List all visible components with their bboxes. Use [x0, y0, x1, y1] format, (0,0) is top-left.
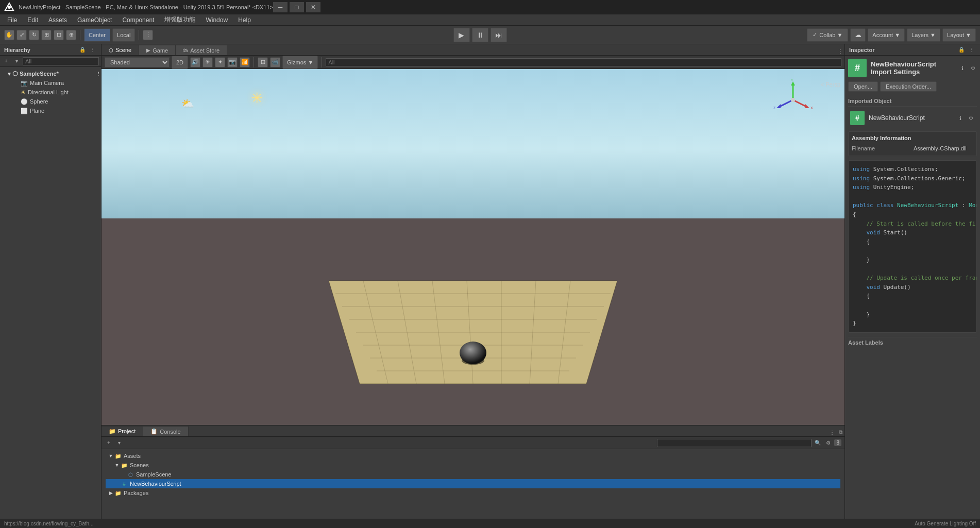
- open-button[interactable]: Open...: [848, 81, 878, 92]
- inspector-lock-icon[interactable]: 🔒: [957, 46, 966, 54]
- camera-name: Main Camera: [30, 80, 64, 86]
- bottom-panel-more[interactable]: ⋮: [828, 428, 836, 436]
- tree-packages[interactable]: ▶ 📁 Packages: [106, 488, 840, 498]
- menu-gameobject[interactable]: GameObject: [72, 15, 117, 25]
- rect-tool[interactable]: ⊡: [54, 30, 64, 40]
- filter-icon[interactable]: ⚙: [824, 439, 832, 447]
- layers-button[interactable]: Layers ▼: [907, 28, 940, 42]
- shaded-dropdown[interactable]: Shaded Wireframe Shaded Wireframe: [105, 57, 170, 67]
- effects-icon[interactable]: ✦: [215, 57, 225, 67]
- packages-arrow: ▶: [108, 490, 114, 496]
- menu-enhanced[interactable]: 增强版功能: [159, 14, 200, 25]
- imported-hash-icon: #: [850, 111, 865, 125]
- script-info-icon[interactable]: ℹ: [958, 64, 967, 72]
- tree-sample-scene[interactable]: ⬡ SampleScene: [106, 470, 840, 479]
- assets-label: Assets: [124, 453, 141, 459]
- scene-viewport[interactable]: ✳ ⛅: [102, 69, 844, 425]
- menu-window[interactable]: Window: [200, 15, 233, 25]
- tree-scenes[interactable]: ▼ 📁 Scenes: [106, 461, 840, 470]
- menu-component[interactable]: Component: [117, 15, 159, 25]
- camera2-icon[interactable]: 📹: [270, 57, 280, 67]
- script-file-icon: #: [120, 480, 128, 487]
- scene-tabs: ⬡ Scene ▶ Game 🛍 Asset Store ⋮: [102, 44, 844, 56]
- grid-snap-icon[interactable]: ⊞: [258, 57, 268, 67]
- imported-info-icon[interactable]: ℹ: [956, 114, 965, 122]
- gizmos-button[interactable]: Gizmos ▼: [282, 56, 318, 69]
- svg-marker-26: [805, 104, 809, 108]
- scene-menu-icon[interactable]: ⋮: [96, 71, 101, 77]
- account-button[interactable]: Account ▼: [868, 28, 905, 42]
- center-label: Center: [89, 32, 106, 38]
- local-button[interactable]: Local: [112, 28, 135, 42]
- hierarchy-more-icon[interactable]: ⋮: [89, 46, 97, 54]
- maximize-button[interactable]: □: [290, 2, 304, 12]
- hierarchy-add-btn[interactable]: +: [2, 57, 10, 65]
- inspector-icons: 🔒 ⋮: [957, 46, 976, 54]
- sample-scene-label: SampleScene: [136, 471, 172, 478]
- sun-object: ✳: [251, 90, 263, 107]
- project-tab-label: Project: [118, 428, 136, 434]
- center-button[interactable]: Center: [84, 28, 110, 42]
- packages-folder-icon: 📁: [114, 489, 122, 497]
- lighting-icon[interactable]: ☀: [202, 57, 213, 67]
- inspector-more-icon[interactable]: ⋮: [968, 46, 976, 54]
- transform-tool[interactable]: ⊕: [66, 30, 76, 40]
- tab-game[interactable]: ▶ Game: [139, 45, 176, 55]
- hierarchy-light[interactable]: ☀ Directional Light: [0, 88, 101, 97]
- hierarchy-sphere[interactable]: ⚪ Sphere: [0, 97, 101, 106]
- tab-console[interactable]: 📋 Console: [143, 426, 188, 436]
- minimize-button[interactable]: ─: [273, 2, 288, 12]
- hierarchy-scene[interactable]: ▼ ⬡ SampleScene* ⋮: [0, 69, 101, 78]
- tab-asset-store[interactable]: 🛍 Asset Store: [176, 45, 227, 55]
- tree-new-script[interactable]: # NewBehaviourScript: [106, 479, 840, 488]
- menu-help[interactable]: Help: [233, 15, 256, 25]
- snap-icon[interactable]: ⋮: [143, 30, 153, 40]
- new-script-label: NewBehaviourScript: [130, 481, 181, 487]
- badge-count: 8: [834, 439, 841, 446]
- move-tool[interactable]: ⤢: [16, 30, 27, 40]
- tab-scene[interactable]: ⬡ Scene: [102, 45, 139, 55]
- menu-file[interactable]: File: [2, 15, 22, 25]
- scenes-arrow: ▼: [114, 463, 120, 468]
- bottom-tabs: 📁 Project 📋 Console ⋮ ⧉: [102, 425, 844, 437]
- camera-icon: 📷: [21, 80, 28, 87]
- scene-search[interactable]: [326, 58, 841, 66]
- close-button[interactable]: ✕: [306, 2, 320, 12]
- inspector-title: Inspector: [849, 47, 875, 53]
- svg-text:Z: Z: [773, 106, 776, 110]
- hand-tool[interactable]: ✋: [4, 30, 14, 40]
- execution-order-button[interactable]: Execution Order...: [880, 81, 937, 92]
- imported-gear-icon[interactable]: ⚙: [967, 114, 975, 122]
- camera-icon[interactable]: 📷: [227, 57, 238, 67]
- hierarchy-search[interactable]: [23, 57, 99, 65]
- bottom-panel-float[interactable]: ⧉: [836, 428, 844, 436]
- light-name: Directional Light: [28, 89, 69, 95]
- hierarchy-add2-btn[interactable]: ▾: [12, 57, 21, 65]
- rotate-tool[interactable]: ↻: [29, 30, 39, 40]
- step-button[interactable]: ⏭: [491, 28, 507, 42]
- tab-project[interactable]: 📁 Project: [102, 426, 143, 436]
- project-add2-btn[interactable]: ▾: [115, 439, 123, 447]
- menu-assets[interactable]: Assets: [43, 15, 72, 25]
- project-add-btn[interactable]: +: [105, 439, 113, 447]
- code-preview: using System.Collections; using System.C…: [848, 160, 977, 333]
- play-button[interactable]: ▶: [453, 28, 470, 42]
- layout-button[interactable]: Layout ▼: [942, 28, 976, 42]
- hierarchy-lock-icon[interactable]: 🔒: [78, 46, 87, 54]
- scene-panel-more[interactable]: ⋮: [836, 47, 844, 55]
- tree-assets[interactable]: ▼ 📁 Assets: [106, 451, 840, 461]
- script-gear-icon[interactable]: ⚙: [969, 64, 977, 72]
- 2d-toggle[interactable]: 2D: [172, 56, 188, 69]
- scale-tool[interactable]: ⊞: [41, 30, 52, 40]
- audio-icon[interactable]: 🔊: [190, 57, 200, 67]
- occlusion-icon[interactable]: 📶: [240, 57, 250, 67]
- menu-edit[interactable]: Edit: [22, 15, 43, 25]
- hierarchy-plane[interactable]: ⬜ Plane: [0, 106, 101, 115]
- scene-gizmo: Y X Z: [772, 79, 814, 121]
- cloud-button[interactable]: ☁: [850, 28, 866, 42]
- project-search[interactable]: [657, 439, 812, 447]
- hierarchy-camera[interactable]: 📷 Main Camera: [0, 78, 101, 88]
- search-icon[interactable]: 🔍: [814, 439, 822, 447]
- collab-button[interactable]: ✓ Collab ▼: [807, 28, 848, 42]
- pause-button[interactable]: ⏸: [472, 28, 488, 42]
